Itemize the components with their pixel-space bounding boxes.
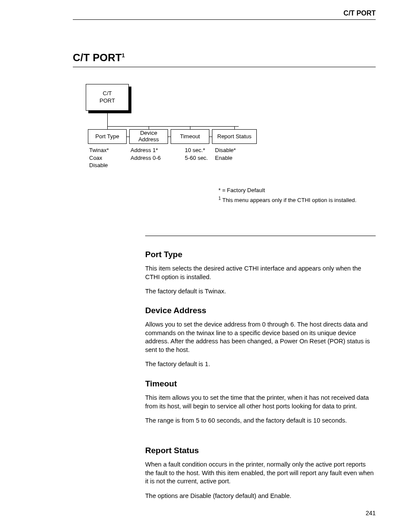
section-title-text: C/T PORT bbox=[73, 52, 122, 63]
section-title-sup: 1 bbox=[122, 52, 125, 59]
footnote-sup: 1 bbox=[218, 196, 221, 201]
connector-stub bbox=[234, 126, 235, 129]
section-title: C/T PORT1 bbox=[73, 52, 125, 64]
options-device-address: Address 1* Address 0-6 bbox=[131, 146, 161, 162]
option-text: Enable bbox=[215, 154, 236, 162]
node-label: Timeout bbox=[180, 134, 200, 140]
heading-timeout: Timeout bbox=[145, 379, 376, 389]
connector-stub bbox=[149, 126, 149, 129]
connector-h bbox=[107, 126, 239, 127]
root-line1: C/T bbox=[103, 90, 112, 97]
connector-stub bbox=[190, 126, 190, 129]
root-line2: PORT bbox=[100, 97, 115, 105]
option-text: 10 sec.* bbox=[185, 146, 208, 154]
node-label: Report Status bbox=[217, 134, 252, 140]
paragraph: The factory default is Twinax. bbox=[145, 287, 376, 296]
section-device-address: Device Address Allows you to set the dev… bbox=[145, 306, 376, 375]
paragraph: Allows you to set the device address fro… bbox=[145, 320, 376, 354]
option-text: Coax bbox=[89, 154, 109, 162]
root-node: C/T PORT bbox=[86, 84, 129, 111]
heading-report-status: Report Status bbox=[145, 446, 376, 455]
connector-v bbox=[107, 113, 108, 126]
node-label: Port Type bbox=[95, 134, 119, 140]
options-port-type: Twinax* Coax Disable bbox=[89, 146, 109, 169]
option-text: Address 0-6 bbox=[131, 154, 161, 162]
node-timeout: Timeout bbox=[171, 129, 209, 144]
option-text: 5-60 sec. bbox=[185, 154, 208, 162]
menu-tree-diagram: C/T PORT Port Type DeviceAddress Timeout… bbox=[86, 84, 267, 174]
footnotes: * = Factory Default 1 This menu appears … bbox=[218, 186, 356, 205]
option-text: Twinax* bbox=[89, 146, 109, 154]
node-label-line1: Device bbox=[140, 130, 157, 137]
options-timeout: 10 sec.* 5-60 sec. bbox=[185, 146, 208, 162]
paragraph: The range is from 5 to 60 seconds, and t… bbox=[145, 417, 376, 425]
paragraph: This item allows you to set the time tha… bbox=[145, 394, 376, 411]
paragraph: This item selects the desired active CTH… bbox=[145, 264, 376, 281]
option-text: Disable bbox=[89, 162, 109, 169]
options-report-status: Disable* Enable bbox=[215, 146, 236, 162]
heading-device-address: Device Address bbox=[145, 306, 376, 315]
option-text: Disable* bbox=[215, 146, 236, 154]
connector-stub bbox=[107, 126, 108, 129]
section-divider bbox=[145, 236, 376, 236]
node-report-status: Report Status bbox=[212, 129, 257, 144]
paragraph: When a fault condition occurs in the pri… bbox=[145, 460, 376, 486]
page-number: 241 bbox=[366, 510, 376, 516]
header-right: C/T PORT bbox=[343, 9, 376, 17]
paragraph: The options are Disable (factory default… bbox=[145, 492, 376, 501]
heading-port-type: Port Type bbox=[145, 250, 376, 259]
footnote-1: This menu appears only if the CTHI optio… bbox=[222, 197, 356, 203]
section-rule bbox=[73, 67, 376, 67]
section-timeout: Timeout This item allows you to set the … bbox=[145, 379, 376, 431]
node-device-address: DeviceAddress bbox=[129, 129, 168, 144]
footnote-default: * = Factory Default bbox=[218, 186, 356, 195]
node-port-type: Port Type bbox=[88, 129, 127, 144]
paragraph: The factory default is 1. bbox=[145, 360, 376, 369]
node-label-line2: Address bbox=[138, 137, 159, 143]
option-text: Address 1* bbox=[131, 146, 161, 154]
section-port-type: Port Type This item selects the desired … bbox=[145, 250, 376, 302]
section-report-status: Report Status When a fault condition occ… bbox=[145, 446, 376, 506]
top-rule bbox=[73, 19, 376, 20]
